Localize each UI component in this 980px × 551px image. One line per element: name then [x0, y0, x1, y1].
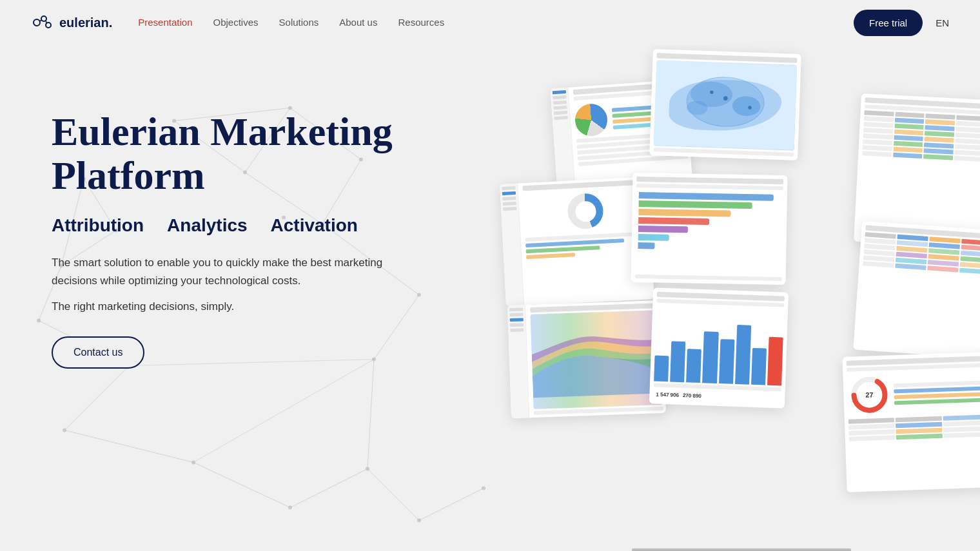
svg-line-4 [46, 20, 46, 23]
logo-text: eulerian. [59, 15, 112, 30]
navbar: eulerian. Presentation Objectives Soluti… [0, 0, 980, 45]
nav-left: eulerian. Presentation Objectives Soluti… [31, 11, 444, 34]
hero-tags: Attribution Analytics Activation [52, 215, 464, 236]
svg-point-15 [482, 487, 485, 490]
dashboard-card-5 [631, 173, 788, 285]
nav-link-presentation[interactable]: Presentation [138, 17, 192, 28]
nav-item-objectives[interactable]: Objectives [213, 17, 259, 28]
svg-point-52 [686, 101, 707, 115]
svg-line-30 [193, 463, 290, 508]
svg-point-51 [732, 96, 761, 117]
logo-icon [31, 11, 54, 34]
tag-analytics: Analytics [167, 215, 248, 236]
dashboard-card-6 [853, 221, 980, 359]
nav-link-solutions[interactable]: Solutions [279, 17, 319, 28]
mini-sidebar-3 [507, 305, 529, 418]
svg-point-55 [748, 106, 752, 110]
svg-point-2 [46, 23, 51, 28]
svg-line-42 [368, 360, 374, 469]
hero-description: The smart solution to enable you to quic… [52, 254, 413, 290]
svg-point-11 [191, 461, 195, 465]
nav-item-solutions[interactable]: Solutions [279, 17, 319, 28]
contact-us-button[interactable]: Contact us [52, 336, 144, 369]
logo[interactable]: eulerian. [31, 11, 112, 34]
nav-item-presentation[interactable]: Presentation [138, 17, 192, 28]
nav-item-about[interactable]: About us [339, 17, 377, 28]
svg-text:27: 27 [865, 391, 874, 398]
nav-link-about[interactable]: About us [339, 17, 377, 28]
svg-point-8 [37, 319, 41, 323]
svg-point-14 [417, 519, 421, 523]
dashboard-card-2 [649, 49, 801, 160]
svg-point-10 [63, 429, 66, 432]
svg-point-0 [34, 19, 40, 26]
svg-point-54 [710, 90, 714, 94]
svg-point-49 [686, 76, 765, 128]
svg-point-13 [366, 467, 369, 471]
hero-visuals: 1 547 906 270 890 27 [490, 45, 980, 551]
nav-link-resources[interactable]: Resources [398, 17, 444, 28]
free-trial-button[interactable]: Free trial [854, 10, 923, 36]
hero-tagline: The right marketing decisions, simply. [52, 300, 464, 313]
map-graphic [654, 60, 798, 151]
language-selector[interactable]: EN [936, 17, 949, 28]
mini-number-1: 1 547 906 [656, 392, 679, 398]
hero-section: Eulerian Marketing Platform Attribution … [0, 45, 980, 551]
svg-line-33 [419, 488, 484, 521]
svg-point-50 [690, 81, 733, 108]
nav-link-objectives[interactable]: Objectives [213, 17, 259, 28]
tag-attribution: Attribution [52, 215, 144, 236]
nav-item-resources[interactable]: Resources [398, 17, 444, 28]
hero-title: Eulerian Marketing Platform [52, 110, 464, 197]
dashboard-card-9: 27 [842, 352, 980, 492]
mini-number-2: 270 890 [683, 392, 701, 399]
svg-line-28 [64, 366, 129, 430]
nav-right: Free trial EN [854, 10, 949, 36]
nav-links: Presentation Objectives Solutions About … [138, 17, 444, 28]
dashboard-card-7 [507, 300, 666, 418]
svg-line-32 [368, 469, 419, 521]
svg-line-44 [193, 360, 374, 463]
svg-point-53 [723, 96, 728, 101]
hero-content: Eulerian Marketing Platform Attribution … [52, 71, 464, 369]
svg-rect-48 [654, 61, 797, 150]
monitor [632, 548, 851, 551]
tag-activation: Activation [271, 215, 358, 236]
svg-line-29 [64, 430, 193, 463]
dashboard-card-8: 1 547 906 270 890 [649, 287, 789, 408]
svg-point-12 [288, 506, 292, 510]
svg-line-31 [290, 469, 368, 508]
